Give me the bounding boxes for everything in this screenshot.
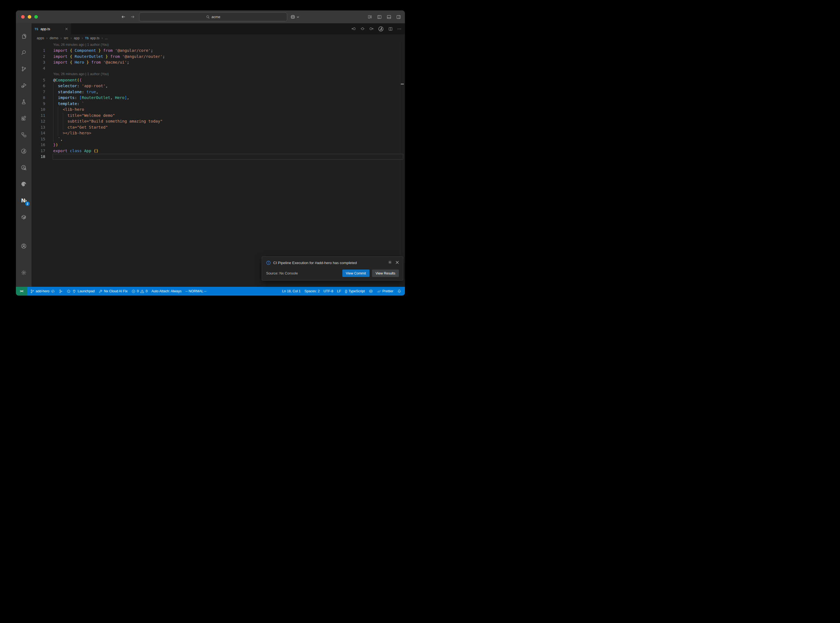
code-line-11[interactable]: 11 title="Welcmoe demo"	[32, 112, 405, 118]
activity-item-testing[interactable]	[16, 94, 32, 110]
line-number[interactable]: 5	[32, 78, 45, 82]
status-cursor-position-item[interactable]: Ln 18, Col 1	[282, 289, 300, 293]
customize-layout-icon[interactable]	[368, 15, 372, 19]
status-prettier-item[interactable]: Prettier	[377, 289, 393, 293]
line-number[interactable]: 15	[32, 137, 45, 141]
breadcrumb-item-app[interactable]: app	[74, 36, 80, 40]
status-eol-item[interactable]: LF	[337, 289, 341, 293]
view-commit-button[interactable]: View Commit	[342, 270, 370, 277]
activity-item-references[interactable]	[16, 126, 32, 143]
code-line-content[interactable]: template: `	[53, 101, 405, 107]
line-number[interactable]: 2	[32, 54, 45, 59]
breadcrumb-item-src[interactable]: src	[64, 36, 68, 40]
status-branch-item[interactable]: add-hero	[30, 289, 55, 293]
status-indentation-item[interactable]: Spaces: 2	[304, 289, 320, 293]
code-line-16[interactable]: 16})	[32, 142, 405, 148]
activity-item-explorer[interactable]	[16, 28, 32, 44]
remote-indicator[interactable]: ><	[16, 287, 27, 296]
status-vim-mode-item[interactable]: -- NORMAL --	[186, 289, 207, 293]
breadcrumb-item-[interactable]: ...	[105, 36, 107, 40]
code-line-1[interactable]: 1import { Component } from '@angular/cor…	[32, 48, 405, 54]
code-line-content[interactable]: subtitle="Build something amazing today"	[53, 118, 405, 124]
code-line-content[interactable]: export class App {}	[53, 148, 405, 154]
notification-settings-icon[interactable]	[388, 260, 392, 265]
breadcrumb-item-apps[interactable]: apps	[37, 36, 44, 40]
nav-back-icon[interactable]	[352, 27, 356, 31]
code-line-content[interactable]: selector: 'app-root',	[53, 83, 405, 89]
code-line-content[interactable]: })	[53, 142, 405, 148]
forward-arrow-icon[interactable]	[130, 15, 135, 19]
activity-item-settings[interactable]	[21, 264, 27, 281]
code-line-content[interactable]: @Component({	[53, 77, 405, 83]
line-number[interactable]: 14	[32, 131, 45, 135]
activity-item-extensions[interactable]	[16, 110, 32, 126]
code-editor[interactable]: You, 26 minutes ago | 1 author (You)1imp…	[32, 42, 405, 287]
toggle-primary-sidebar-icon[interactable]	[377, 15, 382, 20]
code-line-13[interactable]: 13 cta="Get Started"	[32, 124, 405, 130]
line-number[interactable]: 10	[32, 107, 45, 112]
close-window-button[interactable]	[21, 15, 25, 18]
code-line-10[interactable]: 10 <lib-hero	[32, 107, 405, 113]
code-line-2[interactable]: 2import { RouterOutlet } from '@angular/…	[32, 54, 405, 60]
line-number[interactable]: 3	[32, 60, 45, 64]
status-language-item[interactable]: {}TypeScript	[345, 289, 365, 293]
code-line-content[interactable]: cta="Get Started"	[53, 124, 405, 130]
code-line-15[interactable]: 15 `,	[32, 136, 405, 142]
code-line-content[interactable]: `,	[53, 136, 405, 142]
code-line-content[interactable]: <lib-hero	[53, 107, 405, 113]
more-actions-icon[interactable]	[397, 27, 402, 31]
back-arrow-icon[interactable]	[121, 15, 126, 19]
code-line-17[interactable]: 17export class App {}	[32, 148, 405, 154]
command-center-search[interactable]: acme	[139, 12, 287, 21]
status-encoding-item[interactable]: UTF-8	[323, 289, 333, 293]
line-number[interactable]: 8	[32, 95, 45, 100]
copilot-menu[interactable]	[290, 11, 299, 23]
code-line-9[interactable]: 9 template: `	[32, 101, 405, 107]
line-number[interactable]: 16	[32, 143, 45, 147]
line-number[interactable]: 12	[32, 119, 45, 123]
line-number[interactable]: 4	[32, 66, 45, 71]
breadcrumb-item-appts[interactable]: TSapp.ts	[85, 36, 99, 40]
code-line-5[interactable]: 5@Component({	[32, 77, 405, 83]
line-number[interactable]: 17	[32, 149, 45, 153]
status-auto-attach-item[interactable]: Auto Attach: Always	[151, 289, 181, 293]
code-line-14[interactable]: 14 ></lib-hero>	[32, 130, 405, 136]
zoom-window-button[interactable]	[34, 15, 38, 18]
line-number[interactable]: 13	[32, 125, 45, 129]
code-line-3[interactable]: 3import { Hero } from '@acme/ui';	[32, 60, 405, 66]
code-line-content[interactable]: import { Hero } from '@acme/ui';	[53, 60, 405, 66]
activity-item-nx-console[interactable]: N›2	[16, 192, 32, 209]
activity-item-source-control-graph[interactable]	[16, 143, 32, 159]
status-copilot-item[interactable]	[369, 289, 373, 293]
line-number[interactable]: 1	[32, 48, 45, 53]
line-number[interactable]: 6	[32, 84, 45, 88]
code-line-content[interactable]	[53, 65, 405, 71]
status-launchpad-item[interactable]: Launchpad	[67, 289, 95, 293]
split-editor-icon[interactable]	[388, 27, 393, 31]
code-line-18[interactable]: 18	[32, 154, 405, 160]
line-number[interactable]: 11	[32, 113, 45, 118]
nav-position-icon[interactable]	[360, 27, 365, 31]
notification-close-icon[interactable]	[396, 261, 399, 265]
code-line-content[interactable]: standalone: true,	[53, 89, 405, 95]
toggle-panel-icon[interactable]	[387, 15, 392, 20]
activity-item-swirl[interactable]	[16, 176, 32, 192]
breadcrumb-item-demo[interactable]: demo	[50, 36, 58, 40]
line-number[interactable]: 9	[32, 101, 45, 106]
status-notifications-item[interactable]	[397, 289, 401, 293]
code-line-content[interactable]: ></lib-hero>	[53, 130, 405, 136]
activity-item-run-and-debug[interactable]	[16, 77, 32, 94]
toggle-secondary-sidebar-icon[interactable]	[396, 15, 401, 20]
line-number[interactable]: 7	[32, 90, 45, 94]
close-tab-icon[interactable]	[65, 28, 68, 30]
activity-item-source-control[interactable]	[16, 61, 32, 77]
tab-app-ts[interactable]: TS app.ts	[32, 23, 71, 35]
code-line-7[interactable]: 7 standalone: true,	[32, 89, 405, 95]
status-nx-cloud-ai-fix-item[interactable]: Nx Cloud AI Fix	[98, 289, 127, 293]
code-line-content[interactable]: import { RouterOutlet } from '@angular/r…	[53, 54, 405, 60]
code-line-content[interactable]: import { Component } from '@angular/core…	[53, 48, 405, 54]
code-line-8[interactable]: 8 imports: [RouterOutlet, Hero],	[32, 95, 405, 101]
status-problems-item[interactable]: 00	[131, 289, 147, 293]
activity-item-commit-search[interactable]	[16, 159, 32, 176]
code-line-12[interactable]: 12 subtitle="Build something amazing tod…	[32, 118, 405, 124]
